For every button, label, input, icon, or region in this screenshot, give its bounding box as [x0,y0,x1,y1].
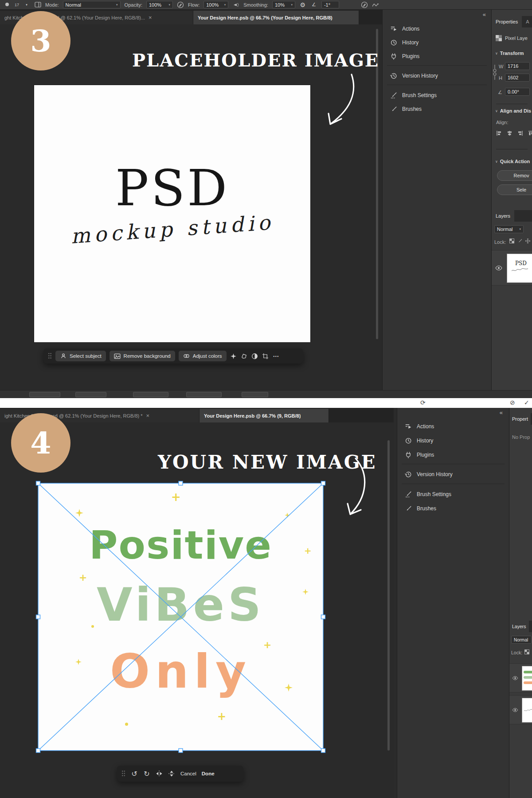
transform-bounding-box[interactable] [35,481,326,753]
panel-button-version-history[interactable]: Version History [397,468,509,481]
align-left-icon[interactable] [496,130,502,136]
panel-button-brush-settings[interactable]: Brush Settings [383,89,491,102]
chevron-down-icon: ∨ [495,160,498,164]
panel-label: Brushes [402,106,422,112]
align-center-horizontal-icon[interactable] [507,130,512,136]
close-tab-icon[interactable]: × [149,15,152,20]
select-subject-button[interactable]: Select subject [55,351,106,361]
lock-transparency-icon[interactable] [509,239,514,243]
align-right-icon[interactable] [517,130,523,136]
airbrush-icon[interactable] [232,1,239,8]
plugins-icon [390,53,397,60]
pen-pressure-size-icon[interactable] [361,1,368,8]
remove-background-button[interactable]: Remove background [110,351,175,361]
layer-visibility-eye-icon[interactable] [512,676,518,680]
tab-adjustments-partial[interactable]: A [522,16,532,27]
flip-vertical-icon[interactable] [168,770,175,777]
tab-layers[interactable]: Layers [492,210,514,222]
undo-icon[interactable]: ↺ [131,770,138,778]
tab-properties[interactable]: Properties [492,16,522,27]
align-top-icon[interactable] [528,130,532,136]
panel-button-version-history[interactable]: Version History [383,69,491,82]
link-dimensions-icon[interactable] [493,63,497,82]
transform-field-stub[interactable] [133,392,168,397]
transform-field-stub[interactable] [242,392,268,397]
document-canvas[interactable]: PSD mockup studio [34,85,310,342]
panel-button-actions[interactable]: Actions [397,420,509,433]
pen-pressure-opacity-icon[interactable] [177,1,184,8]
actions-icon [390,25,397,32]
layer-visibility-eye-icon[interactable] [495,266,502,270]
person-icon [60,353,67,359]
lock-transparency-icon[interactable] [524,649,529,654]
panel-label: Brush Settings [417,491,451,497]
layer-thumbnail-design[interactable] [522,666,532,691]
contrast-icon[interactable] [251,353,258,360]
layer-visibility-eye-icon[interactable] [512,708,518,712]
taskbar-grip[interactable] [48,352,52,360]
remove-background-quick-button[interactable]: Remov [497,170,532,181]
panel-button-history[interactable]: History [383,36,491,49]
scrollbar[interactable] [387,440,390,751]
height-field[interactable]: 1602 [505,74,530,82]
cancel-button[interactable]: Cancel [180,771,196,776]
select-subject-quick-button[interactable]: Sele [497,184,532,195]
brush-preset-icon[interactable] [4,2,11,8]
width-field[interactable]: 1716 [505,62,530,70]
gear-icon[interactable]: ⚙ [299,1,306,8]
layer-row[interactable] [509,695,532,724]
align-section-header[interactable]: ∨Align and Dis [495,108,531,113]
flip-horizontal-icon[interactable] [156,771,163,777]
panel-button-brushes[interactable]: Brushes [397,502,509,515]
layer-thumbnail[interactable]: PSD [507,254,532,283]
redo-icon[interactable]: ↻ [143,770,150,778]
tab-your-design-psb[interactable]: Your Design Here.psb @ 66.7% (9, RGB/8) [200,409,329,422]
layer-row[interactable]: PSD [492,250,532,286]
lasso-tool-icon[interactable] [241,353,248,360]
transform-field-stub[interactable] [75,392,106,397]
panel-button-plugins[interactable]: Plugins [383,50,491,63]
close-tab-icon[interactable]: × [146,413,150,419]
panel-button-history[interactable]: History [397,434,509,447]
scrollbar[interactable] [376,29,378,339]
done-button[interactable]: Done [202,771,215,776]
panel-button-brush-settings[interactable]: Brush Settings [397,488,509,501]
tab-your-design-psb[interactable]: Your Design Here.psb @ 66.7% (Your Desig… [193,11,359,24]
rotation-field[interactable]: 0.00° [505,88,530,96]
rotate-angle-icon: ∠ [498,90,502,95]
brush-angle-field[interactable]: -1° [321,1,339,8]
opacity-select[interactable]: 100%▾ [146,1,173,8]
layer-row[interactable] [509,663,532,692]
tab-layers[interactable]: Layers [509,621,529,632]
smoothing-scribble-icon[interactable] [372,2,379,8]
taskbar-grip[interactable] [121,770,125,777]
brush-panel-toggle-icon[interactable] [34,2,41,8]
blend-mode-select[interactable]: Normal▾ [494,225,524,233]
collapse-panels-icon[interactable]: « [483,12,486,17]
adjust-colors-button[interactable]: Adjust colors [179,351,227,361]
more-options-icon[interactable]: ⋯ [273,352,280,360]
tab-properties[interactable]: Propert [509,413,531,425]
panel-button-brushes[interactable]: Brushes [383,102,491,116]
smoothing-label: Smoothing: [243,2,268,8]
transform-field-stub[interactable] [186,392,222,397]
caret-down-icon[interactable]: ▾ [23,3,30,7]
transform-section-header[interactable]: ∨Transform [495,51,524,56]
collapse-panels-icon[interactable]: « [500,410,503,415]
crop-icon[interactable] [262,353,269,360]
quick-actions-header[interactable]: ∨Quick Action [495,159,530,164]
layer-thumbnail-placeholder[interactable] [522,698,532,723]
transform-field-stub[interactable] [29,392,60,397]
lock-pixels-icon[interactable] [517,239,522,243]
smoothing-select[interactable]: 10%▾ [272,1,295,8]
panel-button-plugins[interactable]: Plugins [397,448,509,462]
rotation-value: 0.00° [508,89,519,94]
panel-button-actions[interactable]: Actions [383,22,491,35]
mode-select[interactable]: Normal▾ [63,1,121,8]
lock-position-icon[interactable] [525,239,530,243]
blend-mode-select[interactable]: Normal [511,636,532,644]
generative-sparkle-icon[interactable] [230,353,237,360]
panel-label: Plugins [417,452,434,458]
flow-select[interactable]: 100%▾ [203,1,228,8]
tab-label: Layers [512,624,526,629]
